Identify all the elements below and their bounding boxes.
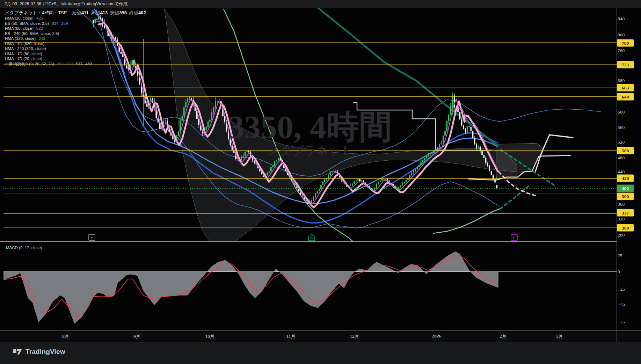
candle-body (378, 182, 379, 184)
candle-body (481, 151, 483, 155)
indicator-value: 522 (36, 26, 43, 30)
price-level-badge: 723 (617, 61, 634, 68)
time-axis-border (0, 330, 641, 331)
candle-body (400, 185, 401, 187)
earnings-marker-confirmed[interactable]: E (308, 234, 315, 241)
candle-body (450, 105, 451, 115)
candle-body (474, 138, 475, 144)
macd-axis-label: −50 (618, 302, 636, 308)
candle-body (494, 179, 496, 182)
indicator-value: 483 (57, 62, 64, 66)
indicator-legend-row[interactable]: HMA · 240 (320, close) (5, 46, 146, 51)
candle-body (269, 172, 270, 173)
candle-body (332, 171, 333, 172)
candle-body (433, 151, 435, 153)
macd-axis-label: 25 (618, 253, 636, 259)
price-level-badge: 428 (617, 175, 634, 182)
time-axis-label: 8月 (62, 333, 69, 340)
time-axis-label: 9月 (133, 333, 140, 340)
candle-body (476, 144, 477, 148)
price-axis-label: 520 (618, 139, 636, 145)
candle-body (381, 179, 383, 181)
candle-body (463, 125, 464, 129)
indicator-legend-row[interactable]: HMA (20, close)425 (5, 16, 146, 21)
indicator-value: 517 (66, 62, 73, 66)
candle-body (315, 193, 316, 197)
candle-body (376, 184, 377, 188)
candle-body (319, 189, 320, 191)
price-axis-label: 800 (618, 32, 636, 38)
candle-body (330, 172, 331, 175)
ohlc-label: 始値 (72, 10, 81, 15)
indicator-label: HMA (20, close) (5, 16, 34, 20)
candle-body (444, 131, 446, 136)
candle-body (385, 179, 387, 180)
candle-body (324, 179, 326, 182)
indicator-label: HMA · 1D (20, close) (5, 57, 42, 61)
price-level-badge: 390 (617, 193, 634, 200)
price-axis-label: 440 (618, 169, 636, 175)
indicator-value: 634 (52, 21, 58, 26)
indicator-legend-row[interactable]: BB · 240 (50, SMA, close, 2.5) (5, 31, 146, 36)
chart-area[interactable]: EEE 3350, 4時間 メタプラネット メタプラネット・4時間・TSE始値4… (0, 8, 641, 342)
candle-body (322, 182, 323, 185)
candle-body (404, 182, 405, 183)
candle-body (430, 154, 431, 154)
symbol-title-row[interactable]: メタプラネット・4時間・TSE始値411高値413安値398終値402 (5, 10, 146, 16)
indicator-label: HMA (80, close) (5, 26, 34, 30)
tradingview-logo-icon[interactable] (13, 348, 22, 356)
candle-body (426, 156, 427, 158)
candle-body (411, 173, 413, 175)
tradingview-wordmark[interactable]: TradingView (26, 348, 65, 356)
candle-body (439, 144, 440, 147)
earnings-marker-upcoming-label: E (513, 236, 515, 240)
ohlc-value: 398 (119, 10, 127, 15)
earnings-marker-past[interactable]: E (89, 234, 95, 240)
candle-body (274, 161, 276, 166)
indicator-legend-row[interactable]: HMA (80, close)522 (5, 26, 146, 31)
price-level-badge: 640 (617, 93, 634, 101)
earnings-marker-upcoming[interactable]: E (511, 234, 517, 240)
indicator-label: HMA · 1D (320, close) (5, 42, 44, 46)
indicator-legend-row[interactable]: HMA (320, close)343 (5, 36, 146, 41)
candle-body (180, 121, 181, 131)
candle-body (272, 166, 274, 167)
indicator-label: 一目均衡表® (9, 26, 52, 26) (5, 62, 54, 66)
indicator-legend-row[interactable]: BB (50, SMA, close, 2.5)634359 (5, 21, 146, 26)
time-axis-label: 2026 (432, 333, 442, 339)
macd-pane[interactable] (3, 252, 617, 324)
time-axis-label: 10月 (205, 333, 215, 340)
candle-body (465, 129, 466, 132)
candle-body (276, 160, 277, 161)
price-axis-label: 480 (618, 155, 636, 161)
candle-body (417, 167, 418, 169)
candle-body (446, 121, 448, 131)
watermark-symbol-interval: 3350, 4時間 (228, 110, 392, 144)
candle-body (356, 180, 357, 181)
candle-body (185, 102, 187, 107)
indicator-legend-row[interactable]: 一目均衡表® (9, 26, 52, 26)483517517483 (5, 61, 146, 67)
ohlc-value: 402 (138, 10, 146, 15)
price-axis-label: 360 (618, 202, 636, 207)
indicator-label: HMA · 1D (80, close) (5, 52, 42, 56)
indicator-legend-row[interactable]: HMA · 1D (80, close) (5, 51, 146, 57)
indicator-legend-row[interactable]: HMA · 1D (20, close) (5, 56, 146, 61)
candle-body (480, 147, 481, 151)
macd-histogram-area (3, 252, 498, 324)
candle-body (182, 116, 183, 121)
candle-body (428, 154, 429, 156)
symbol-title[interactable]: メタプラネット・4時間・TSE (5, 10, 67, 15)
time-axis[interactable] (0, 330, 641, 342)
candle-body (383, 179, 385, 180)
candle-body (380, 181, 381, 182)
candle-body (178, 131, 179, 136)
price-axis-label: 320 (618, 216, 636, 222)
candle-body (467, 126, 468, 132)
indicator-legend-row[interactable]: HMA · 1D (320, close) (5, 41, 146, 46)
macd-legend[interactable]: MACD (9, 17, close) (6, 246, 42, 250)
indicator-legend[interactable]: メタプラネット・4時間・TSE始値411高値413安値398終値402 HMA … (5, 10, 146, 66)
price-axis-label: 840 (618, 16, 636, 22)
candle-body (209, 120, 211, 122)
ichimoku-white-upper-line (536, 135, 573, 171)
indicator-label: BB (50, SMA, close, 2.5) (5, 21, 49, 26)
